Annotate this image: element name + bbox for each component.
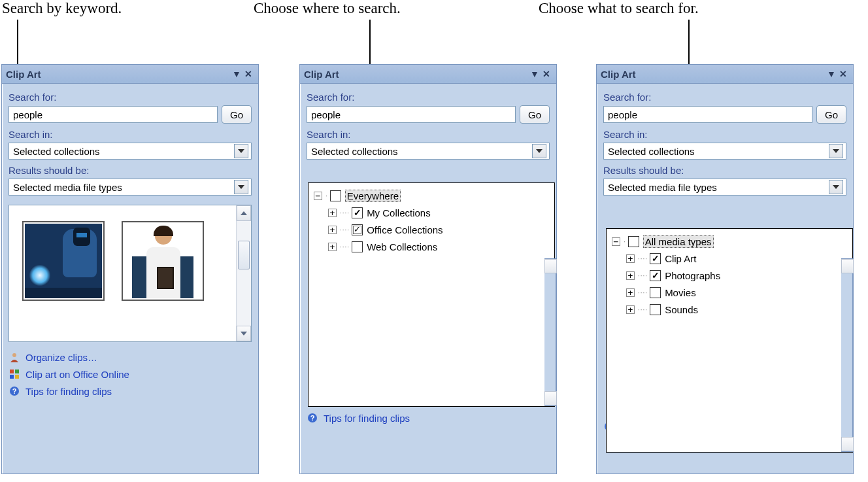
expand-icon[interactable]: + bbox=[626, 254, 635, 263]
svg-rect-4 bbox=[15, 375, 19, 379]
search-in-combo[interactable]: Selected collections bbox=[8, 143, 252, 160]
go-button[interactable]: Go bbox=[222, 105, 252, 124]
close-icon[interactable]: ✕ bbox=[837, 68, 849, 80]
expand-icon[interactable]: + bbox=[626, 288, 635, 297]
scroll-up-icon bbox=[841, 259, 854, 273]
organize-clips-link[interactable]: Organize clips… bbox=[8, 349, 252, 366]
results-label: Results should be: bbox=[603, 165, 846, 176]
search-in-label: Search in: bbox=[603, 129, 846, 140]
chevron-down-icon[interactable] bbox=[829, 180, 843, 194]
tree-node[interactable]: +····Web Collections bbox=[328, 238, 549, 255]
results-value: Selected media file types bbox=[608, 182, 829, 193]
link-text: Tips for finding clips bbox=[25, 386, 112, 397]
results-combo[interactable]: Selected media file types bbox=[8, 179, 252, 196]
tips-link[interactable]: ? Tips for finding clips bbox=[307, 409, 550, 426]
doctor-image bbox=[124, 224, 201, 298]
link-text: Organize clips… bbox=[25, 352, 97, 363]
obscured-scrollbar bbox=[841, 258, 853, 452]
tree-node-root[interactable]: − · All media types bbox=[612, 233, 847, 250]
tree-node[interactable]: +····Sounds bbox=[626, 301, 847, 318]
tree-node[interactable]: +····My Collections bbox=[328, 204, 549, 221]
expand-icon[interactable]: + bbox=[328, 226, 337, 234]
checkbox[interactable] bbox=[352, 207, 363, 218]
pane-menu-icon[interactable]: ▼ bbox=[826, 68, 837, 80]
results-box bbox=[8, 205, 252, 342]
results-tree-popup: − · All media types +····Clip Art+····Ph… bbox=[606, 228, 853, 453]
link-text: Tips for finding clips bbox=[324, 413, 410, 424]
go-button[interactable]: Go bbox=[520, 105, 550, 124]
tree-node-label[interactable]: Web Collections bbox=[367, 241, 437, 252]
search-in-value: Selected collections bbox=[13, 146, 234, 157]
close-icon[interactable]: ✕ bbox=[541, 68, 552, 80]
tree-node[interactable]: +····Movies bbox=[626, 284, 847, 301]
welder-image bbox=[25, 224, 102, 298]
chevron-down-icon[interactable] bbox=[532, 144, 546, 158]
office-online-link[interactable]: Clip art on Office Online bbox=[8, 366, 252, 383]
expand-icon[interactable]: + bbox=[328, 243, 337, 251]
tree-node[interactable]: +····Photographs bbox=[626, 267, 847, 284]
search-in-label: Search in: bbox=[8, 129, 252, 140]
pane-menu-icon[interactable]: ▼ bbox=[231, 68, 242, 80]
scroll-down-icon[interactable] bbox=[237, 326, 251, 341]
checkbox[interactable] bbox=[352, 241, 363, 252]
search-in-combo[interactable]: Selected collections bbox=[603, 143, 846, 160]
collapse-icon[interactable]: − bbox=[314, 192, 322, 200]
svg-rect-3 bbox=[10, 375, 14, 379]
go-button[interactable]: Go bbox=[816, 105, 846, 124]
pane-titlebar: Clip Art ▼ ✕ bbox=[2, 65, 258, 84]
chevron-down-icon[interactable] bbox=[829, 144, 843, 158]
pane-titlebar: Clip Art ▼ ✕ bbox=[597, 65, 853, 84]
svg-text:?: ? bbox=[310, 414, 315, 422]
result-thumb[interactable] bbox=[22, 221, 105, 301]
svg-text:?: ? bbox=[12, 387, 17, 395]
tree-node-label[interactable]: Movies bbox=[665, 287, 696, 298]
expand-icon[interactable]: + bbox=[626, 271, 635, 280]
expand-icon[interactable]: + bbox=[626, 305, 635, 314]
search-in-tree-popup: − · Everywhere +····My Collections+····O… bbox=[308, 182, 555, 407]
scroll-up-icon[interactable] bbox=[237, 205, 251, 221]
collapse-icon[interactable]: − bbox=[612, 237, 620, 246]
clipart-pane: Clip Art ▼ ✕ Search for: Go Search in: S… bbox=[299, 64, 557, 474]
tree-node[interactable]: +····Office Collections bbox=[328, 221, 549, 238]
results-scrollbar[interactable] bbox=[236, 205, 251, 341]
results-value: Selected media file types bbox=[13, 182, 234, 193]
expand-icon[interactable]: + bbox=[328, 209, 337, 217]
chevron-down-icon[interactable] bbox=[234, 144, 248, 158]
result-thumb[interactable] bbox=[122, 221, 204, 301]
pane-titlebar: Clip Art ▼ ✕ bbox=[300, 65, 556, 84]
search-for-label: Search for: bbox=[8, 92, 252, 103]
tree-root-label[interactable]: Everywhere bbox=[345, 190, 401, 202]
checkbox[interactable] bbox=[628, 236, 639, 247]
tree-node-label[interactable]: Clip Art bbox=[665, 253, 696, 264]
checkbox[interactable] bbox=[650, 287, 661, 298]
callout-keyword: Search by keyword. bbox=[2, 0, 122, 17]
tree-node-root[interactable]: − · Everywhere bbox=[314, 187, 549, 204]
tips-link[interactable]: ? Tips for finding clips bbox=[8, 383, 252, 400]
search-in-combo[interactable]: Selected collections bbox=[307, 143, 550, 160]
tree-node-label[interactable]: Sounds bbox=[665, 304, 698, 315]
close-icon[interactable]: ✕ bbox=[242, 68, 254, 80]
pane-menu-icon[interactable]: ▼ bbox=[529, 68, 541, 80]
scroll-thumb[interactable] bbox=[238, 241, 250, 269]
search-input[interactable] bbox=[603, 106, 812, 123]
svg-rect-1 bbox=[10, 370, 14, 373]
chevron-down-icon[interactable] bbox=[234, 180, 248, 194]
results-combo[interactable]: Selected media file types bbox=[603, 179, 846, 196]
tree-node-label[interactable]: Office Collections bbox=[367, 224, 442, 235]
results-label: Results should be: bbox=[8, 165, 252, 176]
search-input[interactable] bbox=[307, 106, 516, 123]
scroll-down-icon bbox=[544, 391, 557, 405]
tree-node-label[interactable]: My Collections bbox=[367, 207, 431, 218]
checkbox[interactable] bbox=[650, 253, 661, 264]
checkbox[interactable] bbox=[330, 190, 341, 201]
tree-node[interactable]: +····Clip Art bbox=[626, 250, 847, 267]
search-input[interactable] bbox=[8, 106, 218, 123]
pane-title: Clip Art bbox=[6, 69, 231, 80]
help-icon: ? bbox=[8, 385, 20, 397]
tree-node-label[interactable]: Photographs bbox=[665, 270, 720, 281]
checkbox[interactable] bbox=[352, 224, 363, 235]
checkbox[interactable] bbox=[650, 270, 661, 281]
search-for-label: Search for: bbox=[603, 92, 846, 103]
checkbox[interactable] bbox=[650, 304, 661, 315]
tree-root-label[interactable]: All media types bbox=[643, 235, 714, 248]
